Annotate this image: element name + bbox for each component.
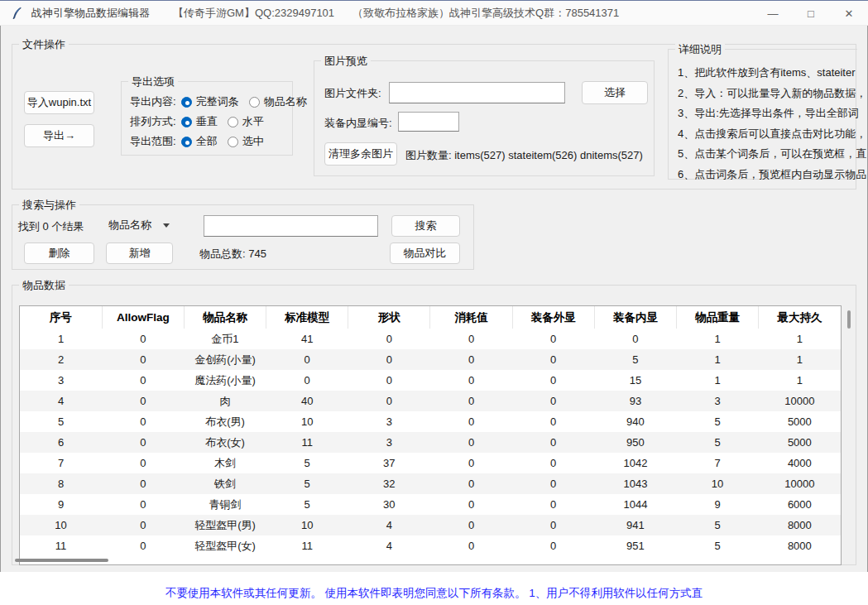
- table-cell[interactable]: 15: [594, 370, 676, 391]
- table-cell[interactable]: 0: [512, 535, 594, 556]
- table-cell[interactable]: 10: [20, 515, 102, 535]
- table-cell[interactable]: 951: [594, 535, 676, 556]
- table-cell[interactable]: 1: [677, 349, 759, 370]
- table-cell[interactable]: 0: [430, 453, 512, 473]
- table-cell[interactable]: 4000: [759, 453, 841, 473]
- table-cell[interactable]: 0: [430, 494, 512, 515]
- column-header[interactable]: 标准模型: [266, 306, 348, 329]
- table-cell[interactable]: 10000: [759, 391, 841, 411]
- radio-option[interactable]: 完整词条: [181, 94, 239, 109]
- table-cell[interactable]: 11: [266, 432, 348, 453]
- table-cell[interactable]: 金币1: [184, 329, 266, 349]
- table-cell[interactable]: 8000: [759, 535, 841, 556]
- table-row[interactable]: 70木剑53700104274000: [20, 453, 841, 473]
- table-cell[interactable]: 9: [677, 494, 759, 515]
- h-scrollbar-thumb[interactable]: [15, 559, 108, 562]
- column-header[interactable]: 物品重量: [677, 306, 759, 329]
- table-row[interactable]: 60布衣(女)1130095055000: [20, 432, 841, 453]
- radio-option[interactable]: 选中: [228, 134, 264, 149]
- table-cell[interactable]: 0: [430, 411, 512, 432]
- image-folder-input[interactable]: [389, 82, 565, 103]
- table-cell[interactable]: 5: [266, 494, 348, 515]
- table-cell[interactable]: 0: [430, 391, 512, 411]
- table-cell[interactable]: 0: [348, 349, 430, 370]
- table-cell[interactable]: 1: [20, 329, 102, 349]
- table-cell[interactable]: 6: [20, 432, 102, 453]
- table-row[interactable]: 20金创药(小量)0000511: [20, 349, 841, 370]
- table-cell[interactable]: 0: [348, 391, 430, 411]
- table-cell[interactable]: 0: [102, 329, 184, 349]
- table-cell[interactable]: 0: [348, 370, 430, 391]
- table-cell[interactable]: 6000: [759, 494, 841, 515]
- table-cell[interactable]: 魔法药(小量): [184, 370, 266, 391]
- radio-option[interactable]: 物品名称: [249, 94, 307, 109]
- table-cell[interactable]: 0: [102, 411, 184, 432]
- column-header[interactable]: 序号: [20, 306, 102, 329]
- table-cell[interactable]: 40: [266, 391, 348, 411]
- radio-option[interactable]: 水平: [228, 114, 264, 129]
- table-cell[interactable]: 10000: [759, 473, 841, 494]
- column-header[interactable]: 物品名称: [184, 306, 266, 329]
- table-cell[interactable]: 1044: [594, 494, 676, 515]
- table-cell[interactable]: 10: [677, 473, 759, 494]
- table-cell[interactable]: 0: [512, 432, 594, 453]
- add-button[interactable]: 新增: [106, 242, 173, 264]
- table-cell[interactable]: 3: [677, 391, 759, 411]
- minimize-button[interactable]: —: [754, 1, 792, 26]
- table-cell[interactable]: 9: [20, 494, 102, 515]
- table-cell[interactable]: 4: [20, 391, 102, 411]
- table-cell[interactable]: 布衣(男): [184, 411, 266, 432]
- table-cell[interactable]: 0: [102, 535, 184, 556]
- table-cell[interactable]: 肉: [184, 391, 266, 411]
- column-header[interactable]: 装备内显: [594, 306, 676, 329]
- table-cell[interactable]: 0: [512, 370, 594, 391]
- v-scrollbar-thumb[interactable]: [847, 310, 851, 329]
- column-header[interactable]: AllowFlag: [102, 306, 184, 329]
- table-cell[interactable]: 0: [512, 411, 594, 432]
- table-cell[interactable]: 5: [677, 535, 759, 556]
- table-cell[interactable]: 0: [512, 453, 594, 473]
- choose-folder-button[interactable]: 选择: [582, 81, 648, 104]
- compare-button[interactable]: 物品对比: [390, 242, 460, 264]
- table-cell[interactable]: 5000: [759, 411, 841, 432]
- import-wupin-button[interactable]: 导入wupin.txt: [24, 91, 94, 114]
- table-cell[interactable]: 1043: [594, 473, 676, 494]
- table-row[interactable]: 40肉4000093310000: [20, 391, 841, 411]
- table-row[interactable]: 50布衣(男)1030094055000: [20, 411, 841, 432]
- column-header[interactable]: 装备外显: [512, 306, 594, 329]
- table-cell[interactable]: 32: [348, 473, 430, 494]
- search-input[interactable]: [204, 215, 378, 237]
- table-cell[interactable]: 37: [348, 453, 430, 473]
- table-cell[interactable]: 0: [430, 473, 512, 494]
- column-header[interactable]: 形状: [348, 306, 430, 329]
- table-cell[interactable]: 5: [266, 473, 348, 494]
- table-cell[interactable]: 0: [266, 370, 348, 391]
- table-cell[interactable]: 0: [512, 494, 594, 515]
- table-cell[interactable]: 11: [266, 535, 348, 556]
- clean-images-button[interactable]: 清理多余图片: [324, 142, 397, 166]
- table-cell[interactable]: 1: [677, 370, 759, 391]
- table-cell[interactable]: 7: [677, 453, 759, 473]
- table-cell[interactable]: 8: [20, 473, 102, 494]
- table-row[interactable]: 30魔法药(小量)00001511: [20, 370, 841, 391]
- table-cell[interactable]: 10: [266, 515, 348, 535]
- table-cell[interactable]: 木剑: [184, 453, 266, 473]
- table-cell[interactable]: 0: [512, 473, 594, 494]
- table-cell[interactable]: 5: [20, 411, 102, 432]
- table-cell[interactable]: 3: [20, 370, 102, 391]
- table-row[interactable]: 80铁剑5320010431010000: [20, 473, 841, 494]
- export-button[interactable]: 导出→: [24, 124, 94, 147]
- table-cell[interactable]: 0: [102, 349, 184, 370]
- table-cell[interactable]: 3: [348, 432, 430, 453]
- table-cell[interactable]: 30: [348, 494, 430, 515]
- table-cell[interactable]: 0: [430, 349, 512, 370]
- table-row[interactable]: 110轻型盔甲(女)1140095158000: [20, 535, 841, 556]
- inner-code-input[interactable]: [398, 112, 459, 132]
- table-cell[interactable]: 铁剑: [184, 473, 266, 494]
- table-cell[interactable]: 0: [512, 349, 594, 370]
- table-cell[interactable]: 0: [512, 391, 594, 411]
- radio-option[interactable]: 全部: [181, 134, 218, 149]
- table-cell[interactable]: 8000: [759, 515, 841, 535]
- table-row[interactable]: 100轻型盔甲(男)1040094158000: [20, 515, 841, 535]
- table-cell[interactable]: 0: [512, 515, 594, 535]
